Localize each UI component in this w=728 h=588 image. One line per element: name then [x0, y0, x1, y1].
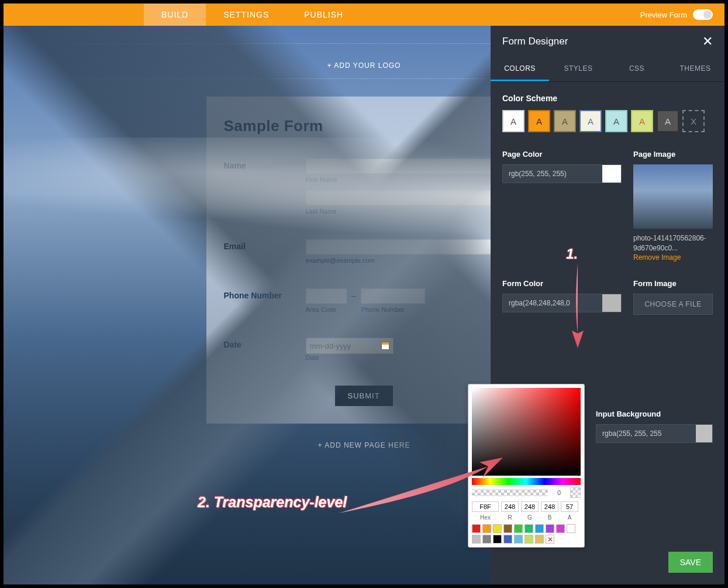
annotation-1-label: 1.: [566, 246, 578, 262]
g-input[interactable]: [521, 501, 539, 512]
tab-settings[interactable]: SETTINGS: [206, 4, 287, 26]
b-input[interactable]: [541, 501, 558, 512]
annotation-1-arrow-icon: [571, 263, 585, 348]
preview-label: Preview Form: [640, 11, 687, 19]
color-scheme-swatch-3[interactable]: A: [579, 110, 602, 132]
top-navbar: BUILD SETTINGS PUBLISH Preview Form: [0, 0, 728, 26]
page-image-filename: photo-1414170562806-9d670e90c0...: [633, 233, 713, 253]
color-preset-5[interactable]: [525, 524, 533, 533]
form-image-label: Form Image: [633, 279, 713, 288]
color-preset-14[interactable]: [514, 535, 523, 544]
form-color-label: Form Color: [502, 279, 622, 288]
page-image-label: Page Image: [633, 150, 713, 159]
choose-file-button[interactable]: CHOOSE A FILE: [633, 294, 713, 315]
color-scheme-swatch-6[interactable]: A: [657, 110, 679, 132]
color-preset-grid: ✕: [472, 524, 581, 544]
color-scheme-swatch-5[interactable]: A: [631, 110, 653, 132]
input-background-input[interactable]: [596, 424, 713, 443]
toggle-icon[interactable]: [693, 9, 713, 20]
color-preset-11[interactable]: [482, 535, 491, 544]
color-preset-8[interactable]: [556, 524, 565, 533]
form-color-text[interactable]: [503, 294, 602, 312]
annotation-2-label: 2. Transparency-level: [198, 494, 347, 511]
color-scheme-swatch-4[interactable]: A: [605, 110, 627, 132]
a-input[interactable]: [561, 501, 578, 512]
a-label: A: [561, 514, 578, 521]
r-label: R: [501, 514, 519, 521]
color-preset-15[interactable]: [525, 535, 533, 544]
color-preset-16[interactable]: [535, 535, 544, 544]
remove-image-link[interactable]: Remove Image: [633, 253, 713, 262]
alpha-display-value: 0: [551, 489, 567, 496]
tab-publish[interactable]: PUBLISH: [287, 4, 361, 26]
input-background-text[interactable]: [596, 425, 696, 442]
close-icon[interactable]: ✕: [702, 34, 713, 49]
color-preset-9[interactable]: [567, 524, 575, 533]
color-scheme-swatches: AAAAAAAX: [502, 110, 713, 132]
preview-form-toggle[interactable]: Preview Form: [640, 9, 713, 20]
color-preset-3[interactable]: [503, 524, 512, 533]
color-preset-12[interactable]: [493, 535, 502, 544]
color-preset-6[interactable]: [535, 524, 544, 533]
form-color-chip[interactable]: [602, 294, 621, 312]
color-preview-chip: [570, 487, 581, 498]
calendar-icon[interactable]: [381, 342, 389, 350]
designer-tab-themes[interactable]: THEMES: [666, 57, 724, 81]
page-color-text[interactable]: [503, 165, 602, 183]
save-button[interactable]: SAVE: [668, 552, 713, 573]
page-color-input[interactable]: [502, 164, 622, 183]
page-image-thumbnail[interactable]: [633, 164, 713, 229]
b-label: B: [541, 514, 558, 521]
color-preset-13[interactable]: [503, 535, 512, 544]
color-scheme-heading: Color Scheme: [502, 94, 713, 103]
page-color-chip[interactable]: [602, 165, 621, 183]
color-preset-4[interactable]: [514, 524, 523, 533]
color-preset-7[interactable]: [546, 524, 554, 533]
page-color-label: Page Color: [502, 150, 622, 159]
color-preset-1[interactable]: [482, 524, 491, 533]
designer-tab-css[interactable]: CSS: [608, 57, 666, 81]
color-scheme-swatch-1[interactable]: A: [528, 110, 550, 132]
designer-tab-styles[interactable]: STYLES: [549, 57, 608, 81]
color-scheme-swatch-0[interactable]: A: [502, 110, 525, 132]
r-input[interactable]: [501, 501, 519, 512]
input-background-label: Input Background: [596, 410, 713, 418]
color-preset-0[interactable]: [472, 524, 481, 533]
color-scheme-swatch-7[interactable]: X: [682, 110, 705, 132]
color-preset-2[interactable]: [493, 524, 502, 533]
color-scheme-swatch-2[interactable]: A: [554, 110, 576, 132]
tab-build[interactable]: BUILD: [144, 4, 206, 26]
color-preset-10[interactable]: [472, 535, 481, 544]
designer-title: Form Designer: [502, 36, 568, 47]
annotation-2-arrow-icon: [339, 458, 503, 516]
designer-tab-colors[interactable]: COLORS: [491, 57, 549, 81]
color-preset-17[interactable]: ✕: [546, 535, 554, 544]
g-label: G: [521, 514, 539, 521]
form-color-input[interactable]: [502, 294, 622, 312]
input-background-chip[interactable]: [696, 425, 712, 442]
